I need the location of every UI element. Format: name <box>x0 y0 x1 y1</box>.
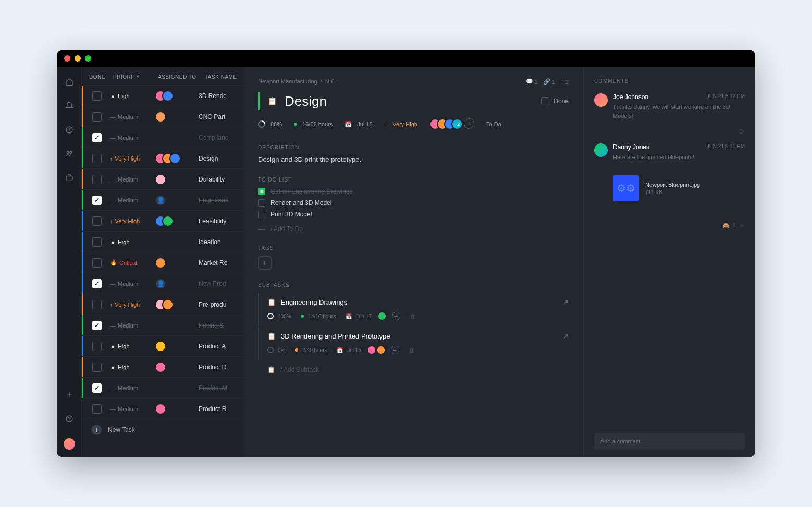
task-row[interactable]: ↑ Very High Feasibility <box>82 210 243 231</box>
task-row[interactable]: ▲ High Ideation <box>82 231 243 252</box>
priority-cell[interactable]: ▲ High <box>110 93 155 99</box>
people-icon[interactable] <box>65 149 74 159</box>
open-subtask-icon[interactable]: ↗ <box>563 298 569 306</box>
attachments-count[interactable]: 🔗 1 <box>543 78 555 85</box>
done-checkbox[interactable] <box>92 175 102 184</box>
assignee-cell[interactable] <box>155 403 199 415</box>
priority-cell[interactable]: — Medium <box>110 406 155 412</box>
comments-count[interactable]: 💬 2 <box>526 78 538 85</box>
task-title[interactable]: Design <box>285 93 327 110</box>
priority-cell[interactable]: ↑ Very High <box>110 155 155 162</box>
priority-cell[interactable]: — Medium <box>110 135 155 141</box>
hours-text[interactable]: 16/56 hours <box>302 121 333 127</box>
attachment[interactable]: ⚙⚙ Newport Blueprint.jpg 711 KB <box>613 175 745 201</box>
add-subtask-button[interactable]: 📋 / Add Subtask <box>258 361 569 373</box>
recent-icon[interactable] <box>65 125 74 135</box>
assignee-cell[interactable] <box>155 215 199 227</box>
done-checkbox[interactable]: ✓ <box>92 383 102 393</box>
projects-icon[interactable] <box>65 173 74 183</box>
priority-cell[interactable]: ↑ Very High <box>110 301 155 308</box>
task-row[interactable]: — Medium Product R <box>82 398 243 419</box>
priority-cell[interactable]: — Medium <box>110 114 155 120</box>
add-tag-button[interactable]: + <box>258 256 272 270</box>
done-checkbox[interactable] <box>92 91 102 101</box>
task-row[interactable]: ↑ Very High Pre-produ <box>82 294 243 315</box>
done-checkbox[interactable] <box>92 363 102 372</box>
assignee-cell[interactable] <box>155 111 199 123</box>
priority-cell[interactable]: ↑ Very High <box>110 218 155 224</box>
todo-item[interactable]: ■Gather Engineering Drawings <box>258 188 569 195</box>
todo-item[interactable]: Render and 3D Model <box>258 199 569 207</box>
home-icon[interactable] <box>65 77 74 87</box>
task-row[interactable]: ▲ High Product D <box>82 356 243 377</box>
done-checkbox[interactable] <box>92 258 102 268</box>
done-checkbox[interactable] <box>92 112 102 122</box>
add-reaction-button[interactable]: ☺ <box>594 127 745 135</box>
done-checkbox[interactable] <box>92 342 102 351</box>
notifications-icon[interactable] <box>65 101 74 111</box>
subtask-title[interactable]: Engineering Drawings <box>281 298 347 306</box>
description-text[interactable]: Design and 3D print the prototype. <box>258 155 569 163</box>
done-checkbox[interactable] <box>92 154 102 163</box>
done-checkbox[interactable] <box>92 237 102 247</box>
task-row[interactable]: 🔥 Critical Market Re <box>82 252 243 273</box>
assignee-cell[interactable] <box>155 299 199 310</box>
assignee-cell[interactable] <box>155 341 199 352</box>
done-checkbox[interactable] <box>92 300 102 309</box>
done-checkbox[interactable] <box>92 216 102 226</box>
add-icon[interactable] <box>65 390 74 400</box>
task-row[interactable]: ✓ — Medium Product M <box>82 377 243 398</box>
minimize-window-button[interactable] <box>75 55 81 62</box>
task-row[interactable]: ▲ High Product A <box>82 335 243 356</box>
todo-item[interactable]: Print 3D Model <box>258 211 569 218</box>
todo-checkbox[interactable] <box>258 211 265 218</box>
priority-cell[interactable]: — Medium <box>110 176 155 183</box>
assignee-avatars[interactable]: +2 + <box>429 118 474 130</box>
task-row[interactable]: ✓ — Medium 👤 New Prod <box>82 273 243 294</box>
priority-cell[interactable]: ▲ High <box>110 343 155 349</box>
priority-cell[interactable]: — Medium <box>110 197 155 203</box>
task-row[interactable]: ✓ — Medium Complianc <box>82 127 243 148</box>
add-assignee-button[interactable]: + <box>391 346 399 354</box>
reaction-emoji[interactable]: 🙈 <box>722 222 730 229</box>
delete-subtask-icon[interactable]: 🗑 <box>409 347 415 353</box>
new-task-button[interactable]: + New Task <box>82 419 243 440</box>
add-assignee-button[interactable]: + <box>392 312 400 320</box>
done-checkbox[interactable]: ✓ <box>92 196 102 205</box>
task-row[interactable]: ✓ — Medium Pricing & <box>82 315 243 335</box>
priority-cell[interactable]: — Medium <box>110 281 155 287</box>
done-toggle[interactable]: Done <box>541 97 569 105</box>
assignee-cell[interactable] <box>155 257 199 269</box>
assignee-cell[interactable] <box>155 90 199 102</box>
priority-cell[interactable]: — Medium <box>110 385 155 391</box>
comment-input[interactable]: Add a comment <box>594 433 745 450</box>
todo-checkbox[interactable]: ■ <box>258 188 265 195</box>
done-checkbox[interactable]: ✓ <box>92 133 102 142</box>
todo-checkbox[interactable] <box>258 199 265 207</box>
assignee-cell[interactable] <box>155 174 199 185</box>
help-icon[interactable] <box>65 414 74 424</box>
assignee-cell[interactable]: 👤 <box>155 278 199 289</box>
open-subtask-icon[interactable]: ↗ <box>563 332 569 340</box>
add-todo-button[interactable]: / Add To Do <box>258 225 569 233</box>
priority-cell[interactable]: — Medium <box>110 322 155 329</box>
assignee-cell[interactable] <box>155 153 199 164</box>
close-window-button[interactable] <box>64 55 70 62</box>
task-row[interactable]: — Medium Durability <box>82 168 243 189</box>
maximize-window-button[interactable] <box>85 55 91 62</box>
assignee-cell[interactable] <box>155 361 199 373</box>
priority-cell[interactable]: ▲ High <box>110 239 155 245</box>
done-checkbox[interactable] <box>92 404 102 414</box>
task-row[interactable]: ✓ — Medium 👤 Engineerin <box>82 189 243 210</box>
task-row[interactable]: ↑ Very High Design <box>82 148 243 168</box>
subtask-title[interactable]: 3D Rendering and Printed Prototype <box>281 332 390 340</box>
user-avatar[interactable] <box>64 438 75 450</box>
done-checkbox[interactable]: ✓ <box>92 321 102 330</box>
assignee-cell[interactable]: 👤 <box>155 195 199 206</box>
add-reaction-button[interactable]: ☺ <box>739 222 745 228</box>
task-row[interactable]: — Medium CNC Part <box>82 106 243 127</box>
done-checkbox[interactable]: ✓ <box>92 279 102 288</box>
subtasks-count[interactable]: ⑂ 2 <box>560 79 569 85</box>
breadcrumb-project[interactable]: Newport Manufacturing <box>258 78 317 85</box>
delete-subtask-icon[interactable]: 🗑 <box>410 313 416 319</box>
